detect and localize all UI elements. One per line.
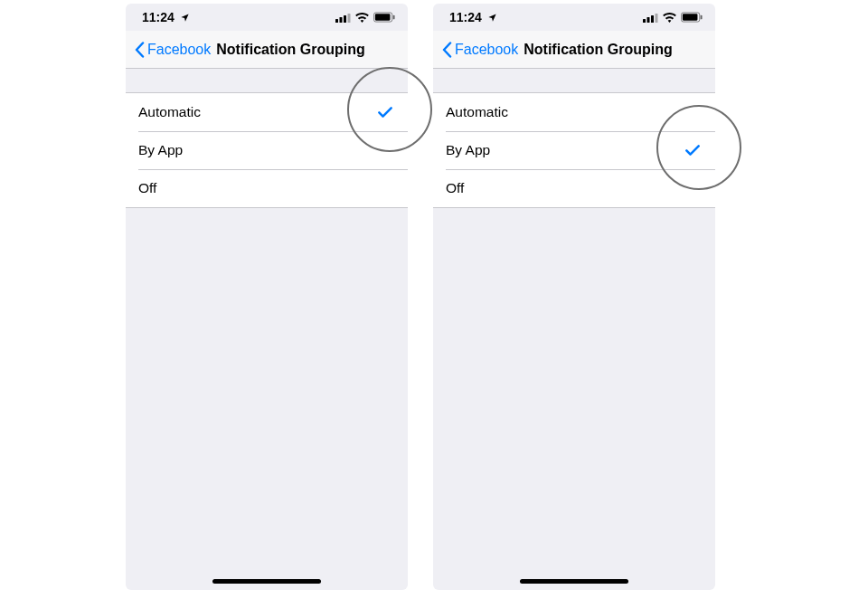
svg-rect-7 bbox=[643, 19, 646, 23]
svg-rect-3 bbox=[348, 14, 351, 23]
battery-icon bbox=[373, 12, 395, 23]
option-label: By App bbox=[138, 142, 183, 158]
option-label: Off bbox=[138, 180, 156, 196]
cell-signal-icon bbox=[335, 13, 351, 23]
back-button[interactable]: Facebook bbox=[440, 41, 518, 59]
wifi-icon bbox=[663, 13, 676, 23]
svg-rect-10 bbox=[656, 14, 658, 23]
status-bar: 11:24 bbox=[126, 4, 408, 31]
svg-rect-12 bbox=[683, 14, 698, 20]
option-off[interactable]: Off bbox=[126, 169, 408, 207]
wifi-icon bbox=[355, 13, 369, 23]
group-spacer bbox=[433, 69, 715, 92]
svg-rect-5 bbox=[375, 14, 391, 20]
nav-bar: Facebook Notification Grouping bbox=[126, 31, 408, 69]
phone-frame: 11:24 Fa bbox=[433, 4, 715, 590]
battery-icon bbox=[681, 12, 703, 23]
options-list: Automatic By App Off bbox=[126, 92, 408, 208]
svg-rect-1 bbox=[340, 17, 343, 23]
option-by-app[interactable]: By App bbox=[433, 131, 715, 169]
svg-rect-9 bbox=[651, 15, 654, 23]
nav-title: Notification Grouping bbox=[524, 42, 672, 58]
option-automatic[interactable]: Automatic bbox=[126, 93, 408, 131]
home-indicator[interactable] bbox=[520, 579, 628, 584]
screenshot-right: 11:24 Fa bbox=[433, 4, 715, 590]
option-label: Automatic bbox=[138, 104, 201, 120]
checkmark-icon bbox=[375, 102, 395, 122]
cell-signal-icon bbox=[643, 13, 658, 23]
checkmark-icon bbox=[683, 140, 703, 160]
option-automatic[interactable]: Automatic bbox=[433, 93, 715, 131]
option-label: Off bbox=[446, 180, 464, 196]
svg-rect-8 bbox=[647, 17, 650, 23]
option-label: By App bbox=[446, 142, 490, 158]
phone-frame: 11:24 Fa bbox=[126, 4, 408, 590]
chevron-left-icon bbox=[440, 41, 453, 59]
svg-rect-2 bbox=[344, 15, 346, 23]
status-time: 11:24 bbox=[142, 10, 175, 24]
svg-rect-0 bbox=[335, 19, 338, 23]
location-icon bbox=[487, 13, 497, 23]
comparison-stage: { "status": { "time": "11:24" }, "nav": … bbox=[0, 0, 868, 599]
group-spacer bbox=[126, 69, 408, 92]
nav-title: Notification Grouping bbox=[216, 42, 364, 58]
screenshot-left: 11:24 Fa bbox=[126, 4, 408, 590]
back-label: Facebook bbox=[147, 42, 211, 58]
status-time: 11:24 bbox=[449, 10, 482, 24]
option-off[interactable]: Off bbox=[433, 169, 715, 207]
status-bar: 11:24 bbox=[433, 4, 715, 31]
options-list: Automatic By App Off bbox=[433, 92, 715, 208]
svg-rect-6 bbox=[393, 15, 395, 20]
back-button[interactable]: Facebook bbox=[133, 41, 211, 59]
option-label: Automatic bbox=[446, 104, 508, 120]
option-by-app[interactable]: By App bbox=[126, 131, 408, 169]
back-label: Facebook bbox=[455, 42, 518, 58]
nav-bar: Facebook Notification Grouping bbox=[433, 31, 715, 69]
home-indicator[interactable] bbox=[212, 579, 321, 584]
chevron-left-icon bbox=[133, 41, 146, 59]
svg-rect-13 bbox=[701, 15, 703, 20]
location-icon bbox=[180, 13, 190, 23]
